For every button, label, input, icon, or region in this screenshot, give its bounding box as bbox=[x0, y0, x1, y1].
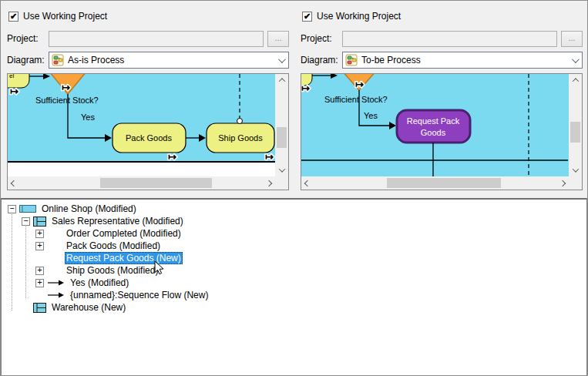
business-process-diagram-icon bbox=[345, 54, 358, 66]
tree-item-label: Ship Goods (Modified) bbox=[65, 264, 160, 277]
scroll-down-button[interactable] bbox=[569, 164, 582, 176]
tree-item-label: Warehouse (New) bbox=[50, 301, 127, 314]
vertical-scroll-thumb[interactable] bbox=[277, 127, 287, 148]
tree-item-ship-goods[interactable]: + Ship Goods (Modified) bbox=[2, 264, 586, 277]
horizontal-scroll-track[interactable] bbox=[314, 176, 556, 190]
diagram-preview-left: el Sufficient Stock? Yes Pack Good bbox=[7, 73, 289, 190]
compare-panels: ✔ Use Working Project Project: ... Diagr… bbox=[1, 1, 587, 190]
tree-item-label: Yes (Modified) bbox=[69, 277, 130, 289]
vertical-scroll-track[interactable] bbox=[569, 86, 582, 164]
project-input-right[interactable] bbox=[342, 31, 557, 47]
diagram-select-right[interactable]: To-be Process bbox=[342, 52, 583, 69]
change-marker-icon: ↦ bbox=[10, 86, 18, 97]
changes-tree: − Online Shop (Modified) − Sales Represe… bbox=[1, 198, 587, 376]
collapse-icon[interactable]: − bbox=[22, 217, 30, 226]
use-working-project-label-right: Use Working Project bbox=[317, 11, 401, 22]
chevron-right-icon bbox=[559, 180, 566, 186]
diagram-label-right: Diagram: bbox=[301, 55, 342, 65]
expand-icon[interactable]: + bbox=[35, 279, 44, 287]
diagram-canvas-right[interactable]: Sufficient Stock? Yes Request Pack Goods bbox=[301, 74, 569, 176]
change-marker-icon: ↦ bbox=[265, 151, 274, 163]
horizontal-scroll-track[interactable] bbox=[20, 176, 263, 190]
horizontal-scrollbar-left-preview[interactable] bbox=[8, 176, 275, 190]
sequence-flow-icon bbox=[47, 279, 65, 287]
partial-task-label: el bbox=[9, 74, 14, 79]
scroll-up-button[interactable] bbox=[275, 74, 288, 86]
expand-icon[interactable]: + bbox=[35, 242, 44, 250]
change-marker-icon: ↦ bbox=[355, 79, 364, 90]
project-label-left: Project: bbox=[7, 33, 49, 44]
tree-item-label: {unnamed}:Sequence Flow (New) bbox=[69, 289, 210, 301]
tree-item-pack-goods[interactable]: + Pack Goods (Modified) bbox=[2, 240, 586, 252]
tree-item-label: Pack Goods (Modified) bbox=[65, 240, 162, 252]
tree-item-unnamed-sequence-flow[interactable]: {unnamed}:Sequence Flow (New) bbox=[2, 289, 586, 301]
lane-icon bbox=[33, 303, 46, 313]
vertical-scrollbar-right-preview[interactable] bbox=[569, 74, 582, 176]
horizontal-scroll-thumb[interactable] bbox=[100, 178, 212, 188]
scrollbar-corner bbox=[275, 176, 288, 190]
scroll-right-button[interactable] bbox=[263, 176, 275, 190]
task-request-pack-goods-label-line2: Goods bbox=[421, 128, 446, 137]
chevron-right-icon bbox=[266, 180, 272, 186]
change-marker-icon: ↦ bbox=[301, 82, 310, 94]
chevron-up-icon bbox=[278, 78, 284, 84]
task-request-pack-goods[interactable] bbox=[397, 110, 470, 143]
tree-item-label: Sales Representative (Modified) bbox=[50, 215, 185, 227]
check-icon: ✔ bbox=[10, 12, 17, 21]
tree-item-yes-flow[interactable]: + Yes (Modified) bbox=[2, 277, 586, 289]
change-marker-icon: ↦ bbox=[62, 82, 70, 93]
vertical-scroll-track[interactable] bbox=[275, 86, 288, 164]
task-request-pack-goods-label-line1: Request Pack bbox=[407, 116, 460, 126]
scroll-down-button[interactable] bbox=[275, 164, 288, 176]
chevron-left-icon bbox=[11, 180, 17, 186]
browse-project-button-left[interactable]: ... bbox=[267, 31, 289, 47]
vertical-scrollbar-left-preview[interactable] bbox=[275, 74, 288, 176]
chevron-up-icon bbox=[572, 78, 578, 84]
expand-icon[interactable]: + bbox=[35, 230, 44, 238]
diagram-select-left[interactable]: As-is Process bbox=[49, 52, 289, 69]
horizontal-scrollbar-right-preview[interactable] bbox=[301, 176, 569, 190]
chevron-down-icon bbox=[572, 55, 580, 63]
chevron-down-icon bbox=[278, 166, 284, 172]
scroll-left-button[interactable] bbox=[8, 176, 20, 190]
use-working-project-checkbox-left[interactable]: ✔ bbox=[8, 12, 18, 22]
tree-item-label: Online Shop (Modified) bbox=[40, 203, 138, 215]
project-label-right: Project: bbox=[301, 33, 342, 44]
use-working-project-label-left: Use Working Project bbox=[23, 11, 107, 22]
diagram-label-left: Diagram: bbox=[7, 55, 49, 65]
browse-project-button-right[interactable]: ... bbox=[561, 31, 583, 47]
vertical-scroll-thumb[interactable] bbox=[570, 122, 580, 143]
right-panel: ✔ Use Working Project Project: ... Diagr… bbox=[301, 8, 583, 190]
yes-flow-label: Yes bbox=[81, 112, 95, 122]
tree-item-warehouse[interactable]: Warehouse (New) bbox=[2, 301, 586, 314]
chevron-down-icon bbox=[278, 55, 286, 63]
diagram-preview-right: Sufficient Stock? Yes Request Pack Goods bbox=[301, 73, 583, 190]
tree-item-request-pack-goods[interactable]: Request Pack Goods (New) bbox=[2, 252, 586, 264]
use-working-project-checkbox-right[interactable]: ✔ bbox=[302, 12, 312, 22]
lane-icon bbox=[33, 217, 46, 227]
business-process-diagram-icon bbox=[52, 54, 64, 66]
diagram-select-value-right: To-be Process bbox=[361, 55, 568, 65]
collapse-icon[interactable]: − bbox=[8, 205, 16, 213]
scroll-right-button[interactable] bbox=[556, 176, 569, 190]
change-marker-icon: ↦ bbox=[168, 151, 176, 163]
task-pack-goods-label: Pack Goods bbox=[126, 133, 172, 143]
sequence-flow-icon bbox=[47, 291, 65, 299]
task-ship-goods-label: Ship Goods bbox=[218, 133, 263, 143]
horizontal-scroll-thumb[interactable] bbox=[387, 178, 501, 188]
diagram-select-value-left: As-is Process bbox=[68, 55, 274, 65]
mouse-cursor-icon bbox=[154, 260, 164, 275]
gateway-question-label: Sufficient Stock? bbox=[324, 95, 388, 104]
left-panel: ✔ Use Working Project Project: ... Diagr… bbox=[7, 8, 289, 190]
project-input-left[interactable] bbox=[49, 31, 264, 47]
tree-item-sales-representative[interactable]: − Sales Representative (Modified) bbox=[2, 215, 586, 227]
scroll-up-button[interactable] bbox=[569, 74, 582, 86]
tree-item-online-shop[interactable]: − Online Shop (Modified) bbox=[2, 203, 586, 215]
check-icon: ✔ bbox=[304, 12, 311, 21]
tree-item-order-completed[interactable]: + Order Completed (Modified) bbox=[2, 227, 586, 240]
tree-item-label-selected: Request Pack Goods (New) bbox=[65, 252, 183, 264]
tree-item-label: Order Completed (Modified) bbox=[65, 227, 183, 240]
diagram-canvas-left[interactable]: el Sufficient Stock? Yes Pack Good bbox=[8, 74, 275, 176]
scroll-left-button[interactable] bbox=[301, 176, 314, 190]
expand-icon[interactable]: + bbox=[35, 267, 44, 275]
